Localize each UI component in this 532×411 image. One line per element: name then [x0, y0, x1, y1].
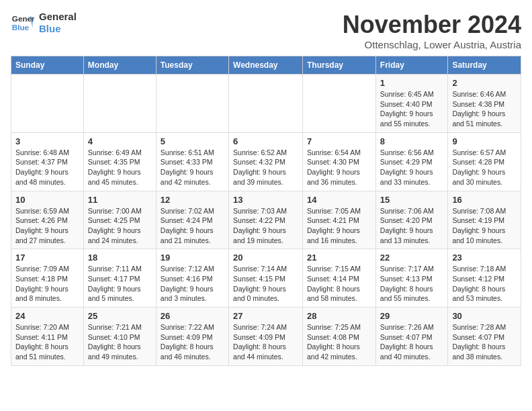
calendar-cell: 7Sunrise: 6:54 AM Sunset: 4:30 PM Daylig…: [303, 132, 376, 191]
day-info: Sunrise: 7:26 AM Sunset: 4:07 PM Dayligh…: [380, 322, 444, 362]
day-info: Sunrise: 7:09 AM Sunset: 4:18 PM Dayligh…: [15, 264, 79, 304]
logo-blue: Blue: [39, 23, 61, 34]
day-number: 5: [161, 136, 224, 146]
day-number: 15: [380, 195, 444, 205]
calendar-cell: 17Sunrise: 7:09 AM Sunset: 4:18 PM Dayli…: [11, 249, 84, 308]
day-number: 29: [380, 311, 444, 321]
calendar-cell: 2Sunrise: 6:46 AM Sunset: 4:38 PM Daylig…: [448, 75, 521, 133]
day-info: Sunrise: 7:00 AM Sunset: 4:25 PM Dayligh…: [88, 206, 152, 246]
location-subtitle: Ottenschlag, Lower Austria, Austria: [343, 39, 521, 50]
calendar-week-row: 17Sunrise: 7:09 AM Sunset: 4:18 PM Dayli…: [11, 249, 521, 308]
calendar-cell: 3Sunrise: 6:48 AM Sunset: 4:37 PM Daylig…: [11, 132, 84, 191]
header-thursday: Thursday: [303, 56, 376, 75]
day-number: 23: [452, 253, 517, 263]
day-info: Sunrise: 7:06 AM Sunset: 4:20 PM Dayligh…: [380, 206, 444, 246]
calendar-cell: 1Sunrise: 6:45 AM Sunset: 4:40 PM Daylig…: [375, 75, 448, 133]
day-number: 17: [15, 253, 79, 263]
header-tuesday: Tuesday: [156, 56, 228, 75]
day-info: Sunrise: 6:46 AM Sunset: 4:38 PM Dayligh…: [452, 89, 517, 129]
calendar-cell: 10Sunrise: 6:59 AM Sunset: 4:26 PM Dayli…: [11, 191, 84, 249]
calendar-cell: 8Sunrise: 6:56 AM Sunset: 4:29 PM Daylig…: [375, 132, 448, 191]
calendar-cell: [83, 75, 156, 133]
day-info: Sunrise: 6:51 AM Sunset: 4:33 PM Dayligh…: [161, 148, 224, 187]
calendar-cell: 12Sunrise: 7:02 AM Sunset: 4:24 PM Dayli…: [156, 191, 228, 249]
day-info: Sunrise: 7:21 AM Sunset: 4:10 PM Dayligh…: [88, 322, 152, 362]
day-info: Sunrise: 6:59 AM Sunset: 4:26 PM Dayligh…: [15, 206, 79, 246]
calendar-cell: 15Sunrise: 7:06 AM Sunset: 4:20 PM Dayli…: [375, 191, 448, 249]
day-info: Sunrise: 7:12 AM Sunset: 4:16 PM Dayligh…: [161, 264, 224, 304]
day-info: Sunrise: 7:02 AM Sunset: 4:24 PM Dayligh…: [161, 206, 224, 246]
day-number: 26: [161, 311, 224, 321]
day-info: Sunrise: 6:56 AM Sunset: 4:29 PM Dayligh…: [380, 148, 444, 187]
day-info: Sunrise: 7:05 AM Sunset: 4:21 PM Dayligh…: [307, 206, 371, 246]
calendar-cell: 11Sunrise: 7:00 AM Sunset: 4:25 PM Dayli…: [83, 191, 156, 249]
day-number: 25: [88, 311, 152, 321]
day-number: 24: [15, 311, 79, 321]
calendar-cell: 5Sunrise: 6:51 AM Sunset: 4:33 PM Daylig…: [156, 132, 228, 191]
day-info: Sunrise: 7:25 AM Sunset: 4:08 PM Dayligh…: [307, 322, 371, 362]
day-info: Sunrise: 6:49 AM Sunset: 4:35 PM Dayligh…: [88, 148, 152, 187]
calendar-week-row: 24Sunrise: 7:20 AM Sunset: 4:11 PM Dayli…: [11, 308, 521, 366]
day-number: 18: [88, 253, 152, 263]
day-number: 4: [88, 136, 152, 146]
calendar-table: SundayMondayTuesdayWednesdayThursdayFrid…: [11, 56, 521, 366]
calendar-cell: [303, 75, 376, 133]
calendar-header-row: SundayMondayTuesdayWednesdayThursdayFrid…: [11, 56, 521, 75]
day-number: 30: [452, 311, 517, 321]
calendar-cell: 4Sunrise: 6:49 AM Sunset: 4:35 PM Daylig…: [83, 132, 156, 191]
day-number: 14: [307, 195, 371, 205]
calendar-cell: 24Sunrise: 7:20 AM Sunset: 4:11 PM Dayli…: [11, 308, 84, 366]
day-info: Sunrise: 7:17 AM Sunset: 4:13 PM Dayligh…: [380, 264, 444, 304]
day-number: 3: [15, 136, 79, 146]
header-sunday: Sunday: [11, 56, 84, 75]
day-number: 8: [380, 136, 444, 146]
day-number: 11: [88, 195, 152, 205]
calendar-cell: [156, 75, 228, 133]
calendar-cell: 16Sunrise: 7:08 AM Sunset: 4:19 PM Dayli…: [448, 191, 521, 249]
logo-general: General: [39, 11, 77, 22]
day-info: Sunrise: 7:22 AM Sunset: 4:09 PM Dayligh…: [161, 322, 224, 362]
calendar-cell: [229, 75, 303, 133]
day-info: Sunrise: 7:28 AM Sunset: 4:07 PM Dayligh…: [452, 322, 517, 362]
day-info: Sunrise: 7:20 AM Sunset: 4:11 PM Dayligh…: [15, 322, 79, 362]
day-number: 13: [233, 195, 298, 205]
calendar-cell: 19Sunrise: 7:12 AM Sunset: 4:16 PM Dayli…: [156, 249, 228, 308]
day-number: 28: [307, 311, 371, 321]
calendar-cell: 22Sunrise: 7:17 AM Sunset: 4:13 PM Dayli…: [375, 249, 448, 308]
calendar-cell: 9Sunrise: 6:57 AM Sunset: 4:28 PM Daylig…: [448, 132, 521, 191]
day-number: 9: [452, 136, 517, 146]
calendar-cell: 14Sunrise: 7:05 AM Sunset: 4:21 PM Dayli…: [303, 191, 376, 249]
title-block: November 2024 Ottenschlag, Lower Austria…: [343, 11, 521, 50]
day-info: Sunrise: 7:24 AM Sunset: 4:09 PM Dayligh…: [233, 322, 298, 362]
calendar-cell: 18Sunrise: 7:11 AM Sunset: 4:17 PM Dayli…: [83, 249, 156, 308]
day-info: Sunrise: 7:11 AM Sunset: 4:17 PM Dayligh…: [88, 264, 152, 304]
calendar-week-row: 10Sunrise: 6:59 AM Sunset: 4:26 PM Dayli…: [11, 191, 521, 249]
calendar-cell: 28Sunrise: 7:25 AM Sunset: 4:08 PM Dayli…: [303, 308, 376, 366]
day-info: Sunrise: 7:18 AM Sunset: 4:12 PM Dayligh…: [452, 264, 517, 304]
logo: General Blue General Blue: [11, 11, 77, 35]
header-friday: Friday: [375, 56, 448, 75]
day-info: Sunrise: 6:45 AM Sunset: 4:40 PM Dayligh…: [380, 89, 444, 129]
day-info: Sunrise: 7:03 AM Sunset: 4:22 PM Dayligh…: [233, 206, 298, 246]
calendar-cell: 25Sunrise: 7:21 AM Sunset: 4:10 PM Dayli…: [83, 308, 156, 366]
day-info: Sunrise: 7:08 AM Sunset: 4:19 PM Dayligh…: [452, 206, 517, 246]
day-number: 22: [380, 253, 444, 263]
day-number: 16: [452, 195, 517, 205]
day-number: 20: [233, 253, 298, 263]
day-info: Sunrise: 6:48 AM Sunset: 4:37 PM Dayligh…: [15, 148, 79, 187]
header-saturday: Saturday: [448, 56, 521, 75]
calendar-cell: [11, 75, 84, 133]
day-number: 1: [380, 78, 444, 88]
calendar-week-row: 3Sunrise: 6:48 AM Sunset: 4:37 PM Daylig…: [11, 132, 521, 191]
month-title: November 2024: [343, 11, 521, 39]
calendar-cell: 20Sunrise: 7:14 AM Sunset: 4:15 PM Dayli…: [229, 249, 303, 308]
calendar-cell: 29Sunrise: 7:26 AM Sunset: 4:07 PM Dayli…: [375, 308, 448, 366]
day-info: Sunrise: 6:57 AM Sunset: 4:28 PM Dayligh…: [452, 148, 517, 187]
calendar-week-row: 1Sunrise: 6:45 AM Sunset: 4:40 PM Daylig…: [11, 75, 521, 133]
day-info: Sunrise: 6:54 AM Sunset: 4:30 PM Dayligh…: [307, 148, 371, 187]
calendar-cell: 30Sunrise: 7:28 AM Sunset: 4:07 PM Dayli…: [448, 308, 521, 366]
page-header: General Blue General Blue November 2024 …: [11, 11, 521, 50]
day-info: Sunrise: 7:14 AM Sunset: 4:15 PM Dayligh…: [233, 264, 298, 304]
day-number: 10: [15, 195, 79, 205]
day-info: Sunrise: 7:15 AM Sunset: 4:14 PM Dayligh…: [307, 264, 371, 304]
